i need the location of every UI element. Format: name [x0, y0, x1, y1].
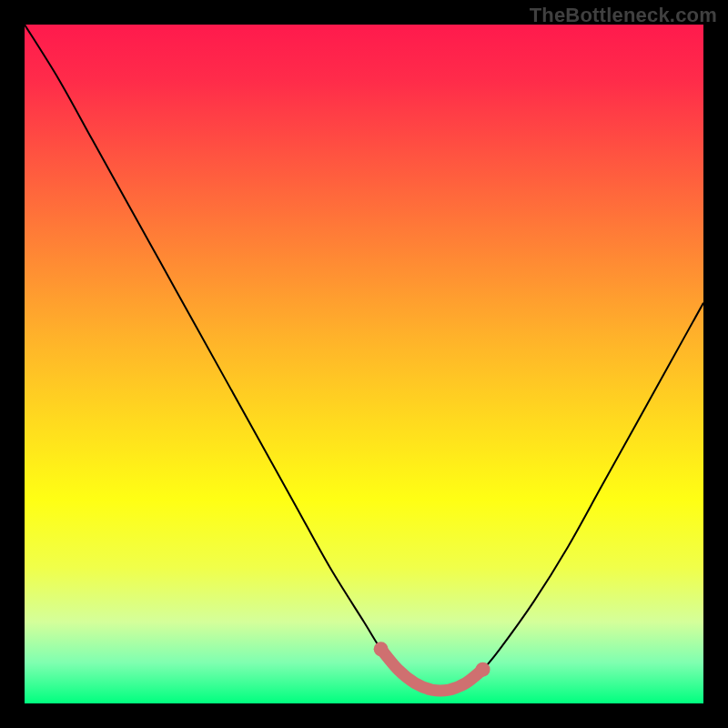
curve-layer	[25, 25, 703, 703]
optimal-zone-endpoint	[476, 662, 490, 677]
optimal-zone-endpoint	[374, 642, 389, 656]
chart-frame: TheBottleneck.com	[0, 0, 728, 728]
watermark-label: TheBottleneck.com	[530, 4, 717, 27]
plot-area	[25, 25, 703, 703]
optimal-zone-marker	[381, 649, 483, 691]
bottleneck-curve	[25, 25, 703, 691]
